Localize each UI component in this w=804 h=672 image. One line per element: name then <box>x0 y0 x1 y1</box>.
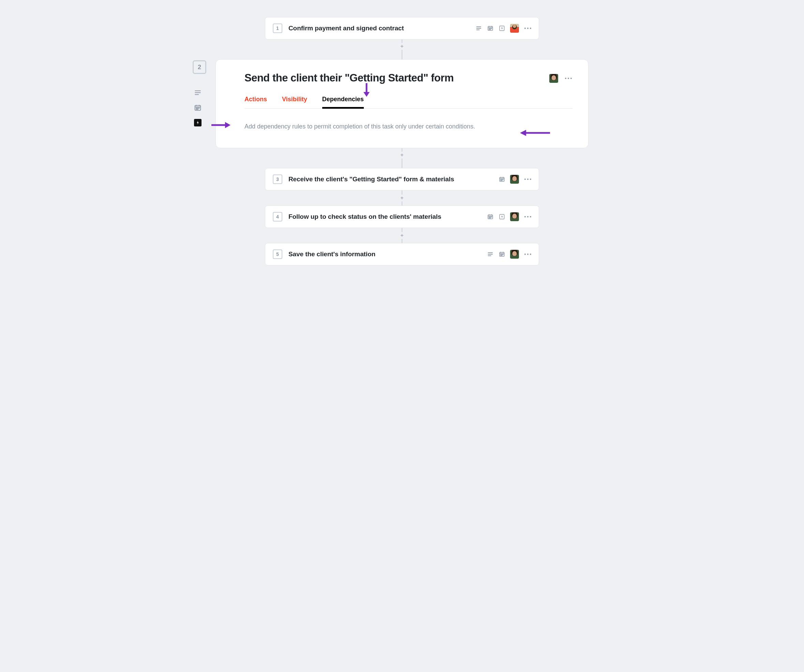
tab-panel-dependencies: Add dependency rules to permit completio… <box>245 109 572 133</box>
svg-point-7 <box>489 28 489 29</box>
svg-point-31 <box>503 179 503 179</box>
avatar[interactable] <box>549 74 558 83</box>
svg-point-53 <box>503 254 503 254</box>
task-number-box[interactable]: 2 <box>193 60 206 74</box>
connector-line: + <box>402 191 402 206</box>
bolt-icon[interactable] <box>194 119 201 126</box>
svg-point-23 <box>196 109 197 110</box>
expanded-task-card: 2 Send the client their "Getting Started… <box>216 59 588 148</box>
task-number-box[interactable]: 3 <box>273 175 282 184</box>
side-icon-rail <box>194 89 201 126</box>
task-title: Follow up to check status on the clients… <box>288 213 481 220</box>
svg-point-22 <box>199 108 199 108</box>
avatar[interactable] <box>510 212 519 221</box>
more-menu-icon[interactable] <box>524 254 532 255</box>
task-number: 1 <box>276 26 279 31</box>
more-menu-icon[interactable] <box>524 216 532 217</box>
task-number-box[interactable]: 4 <box>273 212 282 222</box>
description-icon[interactable] <box>194 89 201 96</box>
task-number: 3 <box>276 176 279 182</box>
task-meta-icons <box>549 74 572 83</box>
svg-point-38 <box>489 217 489 217</box>
task-number-box[interactable]: 5 <box>273 250 282 259</box>
task-title: Send the client their "Getting Started" … <box>245 72 540 84</box>
calendar-icon[interactable] <box>498 251 505 258</box>
calendar-icon[interactable] <box>487 213 494 220</box>
svg-point-33 <box>502 180 502 181</box>
task-row[interactable]: 5 Save the client's information <box>265 243 539 266</box>
svg-point-29 <box>500 179 501 179</box>
svg-point-40 <box>491 217 491 217</box>
connector-line: + <box>402 148 402 168</box>
avatar[interactable] <box>510 250 519 259</box>
tab-visibility[interactable]: Visibility <box>282 96 307 108</box>
calendar-icon[interactable] <box>487 25 494 32</box>
connector-line: + <box>402 228 402 243</box>
svg-point-41 <box>489 218 489 218</box>
bolt-icon[interactable] <box>498 213 505 220</box>
add-step-icon[interactable]: + <box>400 232 404 239</box>
task-meta-icons <box>498 175 532 184</box>
avatar[interactable] <box>510 24 519 33</box>
task-row[interactable]: 4 Follow up to check status on the clien… <box>265 206 539 228</box>
svg-point-52 <box>502 254 502 254</box>
svg-point-21 <box>198 108 198 108</box>
svg-point-8 <box>490 28 490 29</box>
svg-point-30 <box>502 179 502 179</box>
task-title: Save the client's information <box>288 250 481 258</box>
more-menu-icon[interactable] <box>524 28 532 29</box>
svg-point-54 <box>500 255 501 256</box>
bolt-icon[interactable] <box>498 25 505 32</box>
description-icon[interactable] <box>475 25 482 32</box>
task-number: 4 <box>276 214 279 219</box>
calendar-icon[interactable] <box>194 104 201 111</box>
task-number: 2 <box>198 64 201 71</box>
task-row[interactable]: 3 Receive the client's "Getting Started"… <box>265 168 539 191</box>
more-menu-icon[interactable] <box>524 179 532 180</box>
task-number-box[interactable]: 1 <box>273 23 282 33</box>
task-meta-icons <box>487 212 532 221</box>
svg-point-39 <box>490 217 490 217</box>
svg-point-32 <box>500 180 501 181</box>
svg-point-20 <box>196 108 197 108</box>
task-row[interactable]: 1 Confirm payment and signed contract <box>265 17 539 39</box>
tab-list: Actions Visibility Dependencies <box>245 96 572 109</box>
avatar[interactable] <box>510 175 519 184</box>
task-title: Receive the client's "Getting Started" f… <box>288 176 492 183</box>
add-step-icon[interactable]: + <box>400 194 404 201</box>
more-menu-icon[interactable] <box>564 78 572 79</box>
add-step-icon[interactable]: + <box>400 152 404 158</box>
description-icon[interactable] <box>487 251 494 258</box>
svg-point-24 <box>198 109 198 110</box>
add-step-icon[interactable]: + <box>400 43 404 50</box>
connector-line: + <box>402 39 402 59</box>
calendar-icon[interactable] <box>498 176 505 183</box>
svg-point-55 <box>502 255 502 256</box>
tab-dependencies[interactable]: Dependencies <box>322 96 364 108</box>
task-number: 5 <box>276 251 279 257</box>
tab-actions[interactable]: Actions <box>245 96 267 108</box>
svg-point-9 <box>491 28 491 29</box>
task-meta-icons <box>475 24 532 33</box>
svg-point-42 <box>490 218 490 218</box>
dependencies-help-text: Add dependency rules to permit completio… <box>245 123 572 130</box>
svg-point-51 <box>500 254 501 254</box>
task-meta-icons <box>487 250 532 259</box>
task-title: Confirm payment and signed contract <box>288 24 469 32</box>
